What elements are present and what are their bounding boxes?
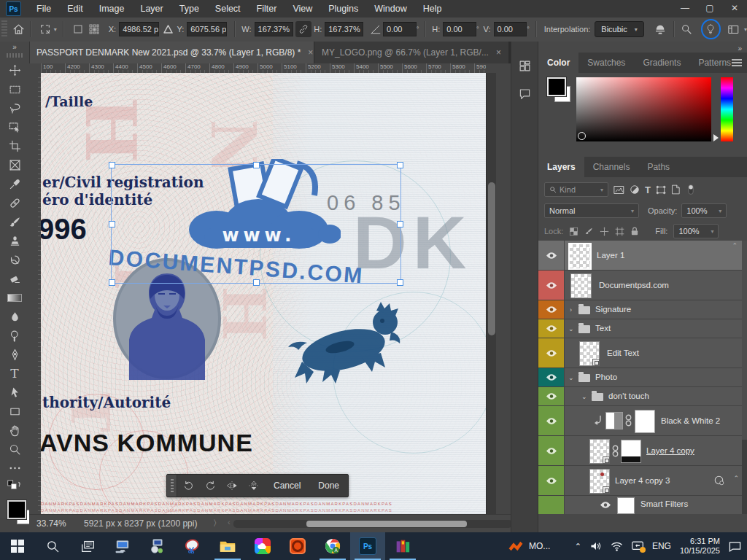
- panel-grip[interactable]: [1, 20, 7, 38]
- maintain-aspect-ratio-icon[interactable]: [295, 21, 312, 37]
- horizontal-scrollbar[interactable]: [233, 520, 512, 528]
- layer-row-layer-1[interactable]: Layer 1 ⌃: [538, 241, 742, 271]
- workspace-panel-icon[interactable]: [725, 25, 743, 34]
- start-button[interactable]: [0, 532, 35, 560]
- layer-mask-thumbnail[interactable]: [621, 440, 641, 463]
- tab-swatches[interactable]: Swatches: [578, 52, 634, 73]
- expand-chevron-icon[interactable]: ›: [570, 306, 572, 314]
- layer-name[interactable]: don't touch: [608, 392, 649, 400]
- layer-row-documentpsd[interactable]: Documentpsd.com: [538, 271, 742, 300]
- collapse-effects-chevron[interactable]: ⌃: [733, 475, 739, 482]
- tools-grip[interactable]: [7, 53, 23, 58]
- layer-name[interactable]: Smart Filters: [640, 499, 688, 508]
- creative-cloud-icon[interactable]: [245, 532, 280, 560]
- visibility-eye-icon[interactable]: [546, 306, 557, 314]
- chrome-icon[interactable]: A: [315, 532, 350, 560]
- layers-scrollbar[interactable]: ⌄: [742, 440, 747, 514]
- crop-tool[interactable]: [0, 136, 29, 155]
- vertical-scrollbar[interactable]: [486, 73, 497, 514]
- filter-type-layers-icon[interactable]: T: [645, 184, 651, 195]
- task-view-icon[interactable]: [70, 532, 105, 560]
- layer-thumbnail[interactable]: [570, 273, 592, 298]
- visibility-eye-icon[interactable]: [546, 447, 557, 455]
- height-field[interactable]: 167.37%: [325, 22, 363, 36]
- menu-item[interactable]: Image: [91, 0, 133, 18]
- ruler-corner[interactable]: [29, 63, 42, 74]
- menu-item[interactable]: Plugins: [320, 0, 366, 18]
- move-tool[interactable]: [0, 61, 29, 79]
- warp-mode-icon[interactable]: [650, 24, 670, 34]
- edit-toolbar-icon[interactable]: [0, 459, 29, 478]
- lock-all-icon[interactable]: [630, 227, 639, 236]
- taskbar-app-mo[interactable]: MO...: [508, 540, 550, 552]
- layer-row-black-white-2[interactable]: Black & White 2: [538, 406, 742, 436]
- libraries-panel-icon[interactable]: [511, 55, 538, 77]
- menu-item[interactable]: Select: [207, 0, 249, 18]
- hand-tool[interactable]: [0, 421, 29, 440]
- comments-panel-icon[interactable]: [511, 82, 538, 104]
- visibility-eye-icon[interactable]: [546, 281, 557, 289]
- maximize-button[interactable]: ▢: [697, 0, 722, 18]
- close-tab-icon[interactable]: ×: [496, 47, 501, 58]
- path-selection-tool[interactable]: [0, 383, 29, 402]
- status-options-chevron[interactable]: 〉: [213, 518, 221, 529]
- close-tab-icon[interactable]: ×: [308, 47, 313, 58]
- red-app-icon[interactable]: [280, 532, 315, 560]
- visibility-eye-icon[interactable]: [546, 373, 557, 381]
- relative-positioning-icon[interactable]: [159, 25, 177, 34]
- scroll-up-icon[interactable]: ⌃: [732, 242, 738, 249]
- layer-mask-thumbnail[interactable]: [635, 410, 655, 433]
- scroll-left-arrow[interactable]: ‹: [228, 518, 231, 526]
- menu-item[interactable]: Layer: [132, 0, 171, 18]
- hue-slider[interactable]: [721, 77, 733, 141]
- cancel-button[interactable]: Cancel: [265, 481, 309, 491]
- menu-item[interactable]: Type: [171, 0, 207, 18]
- rectangle-tool[interactable]: [0, 402, 29, 421]
- layer-name[interactable]: Black & White 2: [661, 416, 720, 425]
- home-icon[interactable]: [7, 23, 31, 36]
- gradient-tool[interactable]: [0, 288, 29, 307]
- interpolation-dropdown[interactable]: Bicubic▾: [595, 21, 643, 37]
- visibility-eye-icon[interactable]: [546, 252, 557, 260]
- panel-menu-icon[interactable]: [732, 59, 742, 66]
- tab-layers[interactable]: Layers: [538, 157, 584, 177]
- volume-icon[interactable]: [590, 541, 602, 551]
- collapse-chevron-icon[interactable]: ⌄: [568, 374, 574, 381]
- tray-expand-chevron[interactable]: ⌃: [575, 542, 581, 551]
- close-button[interactable]: ✕: [722, 0, 747, 18]
- layer-thumbnail[interactable]: [589, 469, 610, 494]
- transform-handle-n[interactable]: [253, 162, 260, 168]
- menu-item[interactable]: Filter: [249, 0, 285, 18]
- rotate-ccw-button[interactable]: [177, 475, 199, 497]
- rotate-cw-button[interactable]: [199, 475, 221, 497]
- document-canvas[interactable]: H N K H T /Taille er/Civil registration …: [41, 73, 486, 514]
- photoshop-taskbar-icon[interactable]: Ps: [350, 532, 385, 560]
- document-tab-logo[interactable]: MY_LOGO.png @ 66.7% (Layer 1, RGB/...×: [314, 42, 508, 63]
- tab-paths[interactable]: Paths: [638, 157, 678, 177]
- blur-tool[interactable]: [0, 307, 29, 326]
- winrar-icon[interactable]: [385, 532, 420, 560]
- layer-row-layer-4-copy[interactable]: Layer 4 copy: [538, 436, 742, 466]
- remote-session-icon[interactable]: [632, 541, 643, 551]
- lasso-tool[interactable]: [0, 98, 29, 117]
- language-indicator[interactable]: ENG: [652, 541, 671, 551]
- lock-transparency-icon[interactable]: [569, 227, 578, 236]
- foreground-background-swatches[interactable]: [7, 500, 32, 526]
- chevron-down-icon[interactable]: ▾: [744, 26, 747, 33]
- flip-horizontal-button[interactable]: [221, 475, 243, 497]
- toggle-reference-point[interactable]: [70, 25, 87, 34]
- v-skew-field[interactable]: 0.00: [494, 22, 527, 36]
- x-position-field[interactable]: 4986.52 px: [119, 22, 159, 36]
- object-selection-tool[interactable]: [0, 117, 29, 136]
- layer-name[interactable]: Edit Text: [607, 349, 639, 357]
- menu-item[interactable]: File: [28, 0, 59, 18]
- h-skew-field[interactable]: 0.00: [443, 22, 476, 36]
- filter-smart-objects-icon[interactable]: [671, 184, 681, 195]
- horizontal-ruler[interactable]: 1004200430044004500460047004800490050005…: [41, 63, 486, 74]
- rotation-field[interactable]: 0.00: [383, 22, 417, 36]
- transform-bounding-box[interactable]: [111, 164, 401, 284]
- taskbar-search-icon[interactable]: [35, 532, 70, 560]
- this-pc-icon[interactable]: [105, 532, 140, 560]
- smart-filter-indicator-icon[interactable]: [713, 475, 724, 486]
- layer-name[interactable]: Documentpsd.com: [599, 281, 669, 289]
